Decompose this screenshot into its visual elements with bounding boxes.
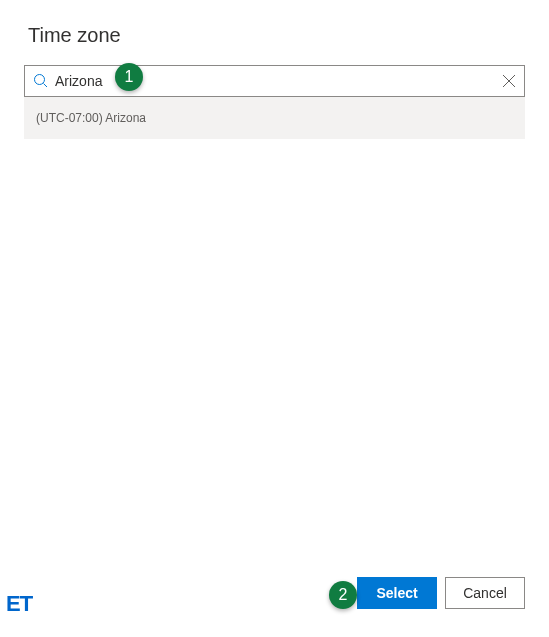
- page-title: Time zone: [0, 0, 549, 47]
- cancel-button[interactable]: Cancel: [445, 577, 525, 609]
- annotation-badge-1: 1: [115, 63, 143, 91]
- search-box[interactable]: [24, 65, 525, 97]
- close-icon[interactable]: [502, 74, 516, 88]
- list-item-label: (UTC-07:00) Arizona: [36, 111, 146, 125]
- results-list: (UTC-07:00) Arizona: [24, 97, 525, 139]
- watermark: ET: [6, 591, 32, 617]
- footer: Select Cancel: [357, 577, 525, 609]
- search-icon: [33, 73, 49, 89]
- search-container: [24, 65, 525, 97]
- svg-point-0: [35, 75, 45, 85]
- list-item[interactable]: (UTC-07:00) Arizona: [24, 97, 525, 139]
- annotation-badge-2: 2: [329, 581, 357, 609]
- select-button[interactable]: Select: [357, 577, 437, 609]
- svg-line-1: [44, 84, 48, 88]
